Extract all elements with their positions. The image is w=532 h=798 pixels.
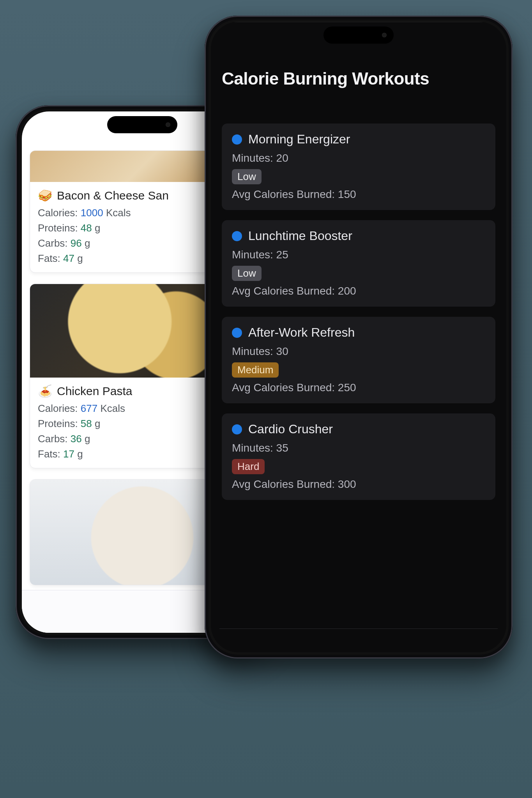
intensity-badge: Hard: [232, 459, 265, 474]
avg-burned-line: Avg Calories Burned: 250: [232, 381, 485, 394]
workout-title: Lunchtime Booster: [248, 229, 352, 243]
avg-burned-line: Avg Calories Burned: 200: [232, 285, 485, 297]
workout-title: Morning Energizer: [248, 132, 350, 147]
minutes-line: Minutes: 20: [232, 152, 485, 164]
intensity-badge: Low: [232, 266, 262, 281]
workout-card[interactable]: Morning Energizer Minutes: 20 Low Avg Ca…: [222, 124, 495, 210]
bullet-icon: [232, 134, 242, 145]
intensity-badge: Medium: [232, 362, 279, 378]
bottom-separator: [219, 629, 498, 629]
minutes-line: Minutes: 35: [232, 442, 485, 454]
workout-card[interactable]: Cardio Crusher Minutes: 35 Hard Avg Calo…: [222, 413, 495, 500]
minutes-line: Minutes: 25: [232, 249, 485, 261]
bullet-icon: [232, 424, 242, 434]
bullet-icon: [232, 231, 242, 241]
phone-dark-mockup: Calorie Burning Workouts Morning Energiz…: [205, 16, 513, 659]
workout-card[interactable]: Lunchtime Booster Minutes: 25 Low Avg Ca…: [222, 220, 495, 307]
dynamic-island: [323, 26, 394, 44]
avg-burned-line: Avg Calories Burned: 300: [232, 478, 485, 491]
dynamic-island: [107, 116, 177, 133]
workout-title: After-Work Refresh: [248, 325, 355, 340]
workout-card[interactable]: After-Work Refresh Minutes: 30 Medium Av…: [222, 317, 495, 403]
page-title: Calorie Burning Workouts: [222, 69, 495, 88]
food-title: Bacon & Cheese San: [57, 189, 169, 202]
intensity-badge: Low: [232, 169, 262, 184]
workout-title: Cardio Crusher: [248, 422, 333, 436]
bullet-icon: [232, 328, 242, 338]
food-title: Chicken Pasta: [57, 385, 132, 398]
food-emoji-icon: 🥪: [38, 190, 52, 201]
minutes-line: Minutes: 30: [232, 345, 485, 358]
food-emoji-icon: 🍝: [38, 385, 52, 397]
avg-burned-line: Avg Calories Burned: 150: [232, 188, 485, 201]
